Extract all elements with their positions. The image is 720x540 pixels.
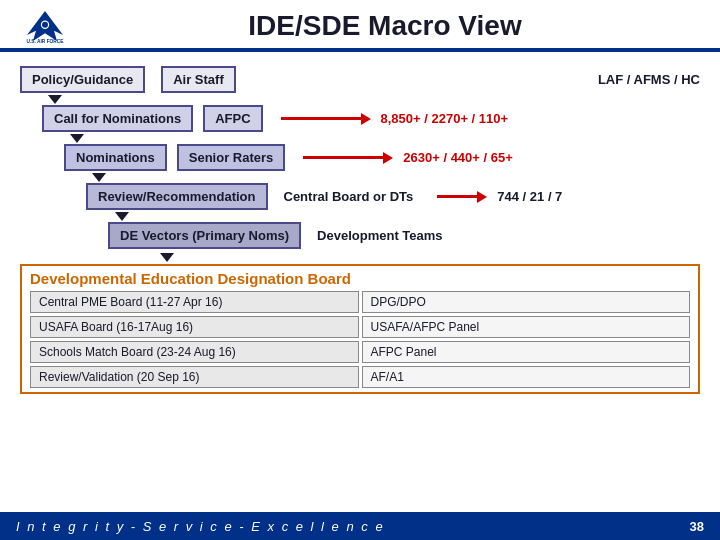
main-content: Policy/Guidance Air Staff LAF / AFMS / H… <box>0 60 720 402</box>
red-arrow-2 <box>281 113 371 125</box>
page-title: IDE/SDE Macro View <box>70 10 700 42</box>
arrow-down-2 <box>70 134 84 143</box>
arrow-down-1 <box>48 95 62 104</box>
svg-point-2 <box>42 22 48 28</box>
dedb-box: Developmental Education Designation Boar… <box>20 264 700 394</box>
call-for-nominations-box: Call for Nominations <box>42 105 193 132</box>
usaf-logo-area: U.S. AIR FORCE <box>20 8 70 44</box>
count-8850: 8,850+ / 2270+ / 110+ <box>381 111 509 126</box>
central-board-box: Central Board or DTs <box>278 185 420 208</box>
footer: I n t e g r i t y - S e r v i c e - E x … <box>0 512 720 540</box>
senior-raters-box: Senior Raters <box>177 144 286 171</box>
footer-text: I n t e g r i t y - S e r v i c e - E x … <box>16 519 385 534</box>
svg-text:U.S. AIR FORCE: U.S. AIR FORCE <box>27 39 65 44</box>
laf-label: LAF / AFMS / HC <box>598 72 700 87</box>
dedb-right-0: DPG/DPO <box>362 291 691 313</box>
arrow-down-5 <box>160 253 174 262</box>
usaf-wing-icon: U.S. AIR FORCE <box>20 8 70 44</box>
dedb-title: Developmental Education Designation Boar… <box>30 270 690 287</box>
count-2630: 2630+ / 440+ / 65+ <box>403 150 513 165</box>
dedb-right-3: AF/A1 <box>362 366 691 388</box>
air-staff-box: Air Staff <box>161 66 236 93</box>
dedb-left-0: Central PME Board (11-27 Apr 16) <box>30 291 359 313</box>
count-744: 744 / 21 / 7 <box>497 189 562 204</box>
dedb-left-3: Review/Validation (20 Sep 16) <box>30 366 359 388</box>
policy-guidance-box: Policy/Guidance <box>20 66 145 93</box>
dedb-right-2: AFPC Panel <box>362 341 691 363</box>
red-arrow-4 <box>437 191 487 203</box>
arrow-down-3 <box>92 173 106 182</box>
dedb-left-2: Schools Match Board (23-24 Aug 16) <box>30 341 359 363</box>
header-divider <box>0 48 720 52</box>
dedb-left-1: USAFA Board (16-17Aug 16) <box>30 316 359 338</box>
header: U.S. AIR FORCE IDE/SDE Macro View <box>0 0 720 48</box>
arrow-down-4 <box>115 212 129 221</box>
dedb-right-1: USAFA/AFPC Panel <box>362 316 691 338</box>
footer-page: 38 <box>690 519 704 534</box>
afpc-box: AFPC <box>203 105 262 132</box>
dedb-grid: Central PME Board (11-27 Apr 16) DPG/DPO… <box>30 291 690 388</box>
red-arrow-3 <box>303 152 393 164</box>
development-teams-box: Development Teams <box>311 224 448 247</box>
review-recommendation-box: Review/Recommendation <box>86 183 268 210</box>
nominations-box: Nominations <box>64 144 167 171</box>
de-vectors-box: DE Vectors (Primary Noms) <box>108 222 301 249</box>
